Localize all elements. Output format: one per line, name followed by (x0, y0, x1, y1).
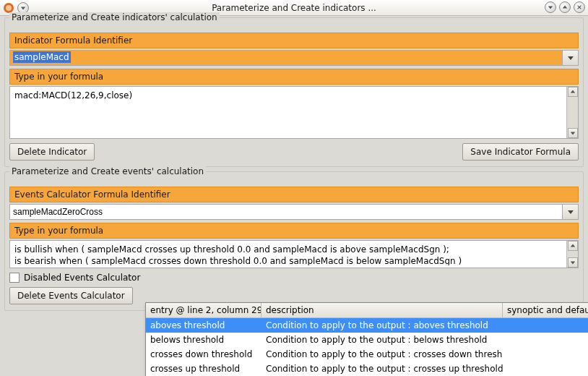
events-panel-legend: Parameterize and Create events' calculat… (9, 166, 206, 176)
autocomplete-row-desc: Condition to apply to the output : below… (261, 333, 503, 347)
events-id-combo[interactable] (9, 204, 579, 220)
autocomplete-popup: entry @ line 2, column 29 description sy… (145, 302, 588, 376)
svg-marker-2 (21, 7, 25, 9)
events-formula-wrap (9, 240, 579, 268)
scroll-down-icon[interactable] (568, 128, 578, 138)
autocomplete-row-synoptic (503, 318, 588, 333)
disabled-events-label: Disabled Events Calculator (24, 273, 140, 283)
autocomplete-row-synoptic (503, 362, 588, 376)
autocomplete-row[interactable]: aboves thresholdCondition to apply to th… (146, 318, 588, 333)
autocomplete-row[interactable]: crosses down thresholdCondition to apply… (146, 347, 588, 362)
indicator-id-dropdown-button[interactable] (562, 51, 578, 65)
svg-marker-9 (570, 132, 574, 134)
autocomplete-body: aboves thresholdCondition to apply to th… (146, 318, 588, 376)
autocomplete-row-entry: crosses down threshold (146, 347, 261, 362)
indicator-formula-textarea[interactable] (10, 87, 566, 136)
events-id-dropdown-button[interactable] (562, 205, 578, 219)
svg-marker-7 (568, 56, 574, 60)
close-button[interactable] (574, 1, 585, 13)
delete-indicator-button[interactable]: Delete Indicator (9, 143, 95, 161)
autocomplete-header-synoptic: synoptic and defaul (503, 303, 588, 317)
disabled-events-checkbox[interactable] (9, 273, 20, 283)
autocomplete-header: entry @ line 2, column 29 description sy… (146, 303, 588, 318)
scroll-down-icon[interactable] (568, 257, 578, 268)
svg-marker-4 (563, 6, 567, 9)
svg-marker-8 (570, 90, 574, 93)
indicator-formula-wrap (9, 86, 579, 139)
autocomplete-row-synoptic (503, 347, 588, 362)
indicator-id-label: Indicator Formula Identifier (9, 33, 579, 48)
autocomplete-row-entry: crosses up threshold (146, 362, 261, 376)
events-formula-scrollbar[interactable] (566, 241, 578, 268)
events-id-input[interactable] (10, 205, 562, 219)
scroll-up-icon[interactable] (568, 87, 578, 97)
save-indicator-button[interactable]: Save Indicator Formula (462, 143, 579, 161)
autocomplete-row[interactable]: belows thresholdCondition to apply to th… (146, 333, 588, 347)
autocomplete-row-entry: aboves threshold (146, 318, 261, 333)
scroll-up-icon[interactable] (568, 241, 578, 251)
events-id-label: Events Calculator Formula Identifier (9, 187, 579, 202)
autocomplete-row-desc: Condition to apply to the output : cross… (261, 347, 503, 362)
indicator-id-combo[interactable]: sampleMacd (9, 50, 579, 66)
indicator-panel-legend: Parameterize and Create indicators' calc… (9, 12, 220, 22)
disabled-events-row[interactable]: Disabled Events Calculator (9, 273, 579, 283)
autocomplete-header-entry: entry @ line 2, column 29 (146, 303, 261, 317)
indicator-formula-label: Type in your formula (9, 69, 579, 85)
svg-marker-3 (548, 6, 553, 9)
autocomplete-row-desc: Condition to apply to the output : cross… (261, 362, 503, 376)
minimize-button[interactable] (545, 1, 556, 13)
autocomplete-row-synoptic (503, 333, 588, 347)
indicator-panel: Parameterize and Create indicators' calc… (4, 17, 584, 167)
autocomplete-row[interactable]: crosses up thresholdCondition to apply t… (146, 362, 588, 376)
events-panel: Parameterize and Create events' calculat… (4, 171, 584, 311)
events-formula-label: Type in your formula (9, 223, 579, 239)
svg-point-1 (6, 5, 12, 11)
svg-marker-12 (570, 261, 574, 264)
svg-marker-11 (570, 244, 574, 247)
maximize-button[interactable] (559, 1, 571, 13)
autocomplete-row-desc: Condition to apply to the output : above… (261, 318, 503, 333)
autocomplete-row-entry: belows threshold (146, 333, 261, 347)
svg-marker-10 (568, 210, 574, 214)
events-formula-textarea[interactable] (10, 241, 566, 265)
indicator-id-input-selection: sampleMacd (13, 51, 71, 63)
window-title: Parameterize and Create indicators ... (0, 3, 588, 13)
indicator-id-input[interactable]: sampleMacd (10, 51, 562, 65)
indicator-formula-scrollbar[interactable] (566, 87, 578, 138)
delete-events-button[interactable]: Delete Events Calculator (9, 287, 133, 304)
autocomplete-header-desc: description (261, 303, 503, 317)
